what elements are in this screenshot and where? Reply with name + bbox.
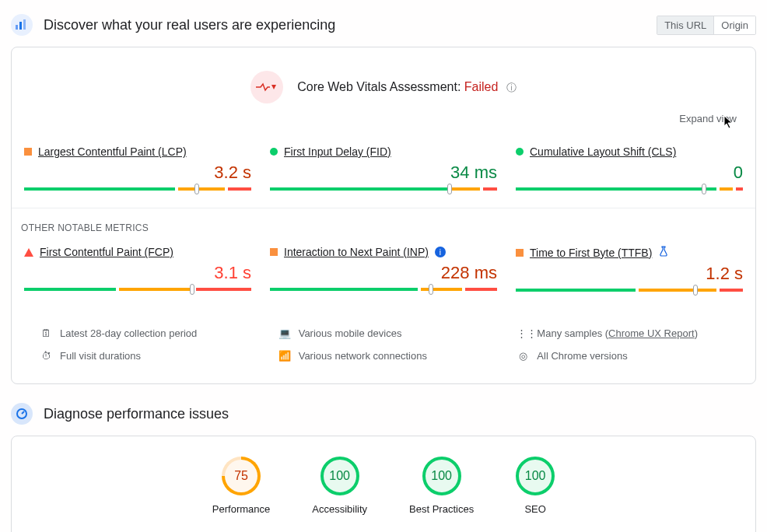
metric-fid-name[interactable]: First Input Delay (FID) bbox=[284, 145, 391, 158]
meta-chrome: ◎All Chrome versions bbox=[517, 350, 727, 362]
score-performance-value: 75 bbox=[234, 469, 248, 483]
devices-icon: 💻 bbox=[278, 327, 291, 339]
cwv-header: Core Web Vitals Assessment: Failed ⓘ bbox=[12, 47, 755, 111]
score-seo-value: 100 bbox=[525, 469, 546, 483]
metric-inp-name[interactable]: Interaction to Next Paint (INP) bbox=[284, 246, 429, 258]
metric-lcp-name[interactable]: Largest Contentful Paint (LCP) bbox=[38, 145, 187, 158]
chrome-icon: ◎ bbox=[517, 350, 529, 362]
expand-view-link[interactable]: Expand view bbox=[679, 113, 737, 124]
metric-lcp-bar bbox=[24, 187, 251, 191]
url-origin-tabs: This URL Origin bbox=[657, 16, 756, 35]
diagnose-card: 75 Performance 100 Accessibility 100 Bes… bbox=[11, 436, 756, 532]
other-metrics-label: OTHER NOTABLE METRICS bbox=[12, 208, 755, 233]
svg-rect-1 bbox=[19, 22, 22, 30]
gauge-icon bbox=[11, 403, 33, 425]
svg-line-5 bbox=[22, 411, 24, 414]
metric-fcp-value: 3.1 s bbox=[24, 263, 251, 283]
cwv-status: Failed bbox=[464, 80, 499, 93]
diagnose-title: Diagnose performance issues bbox=[44, 406, 229, 422]
other-metrics-row: First Contentful Paint (FCP) 3.1 s Inter… bbox=[12, 233, 755, 309]
meta-network: 📶Various network connections bbox=[278, 350, 489, 362]
metric-inp: Interaction to Next Paint (INP) i 228 ms bbox=[270, 246, 497, 292]
cwv-metrics-row: Largest Contentful Paint (LCP) 3.2 s Fir… bbox=[12, 133, 755, 208]
score-best-practices[interactable]: 100 Best Practices bbox=[409, 457, 474, 515]
metric-lcp: Largest Contentful Paint (LCP) 3.2 s bbox=[24, 145, 251, 191]
score-accessibility-label: Accessibility bbox=[312, 503, 367, 515]
metric-fcp-name[interactable]: First Contentful Paint (FCP) bbox=[40, 246, 173, 258]
meta-durations-text: Full visit durations bbox=[60, 350, 141, 362]
meta-samples-suffix: ) bbox=[695, 327, 698, 339]
square-orange-icon bbox=[24, 148, 32, 156]
svg-marker-3 bbox=[271, 85, 276, 89]
cwv-title-prefix: Core Web Vitals Assessment: bbox=[297, 80, 464, 93]
triangle-red-icon bbox=[24, 248, 33, 257]
meta-devices: 💻Various mobile devices bbox=[278, 327, 489, 339]
section-header-discover: Discover what your real users are experi… bbox=[0, 0, 767, 47]
metric-cls-bar bbox=[516, 187, 743, 191]
metric-inp-value: 228 ms bbox=[270, 263, 497, 283]
meta-devices-text: Various mobile devices bbox=[299, 327, 402, 339]
discover-title: Discover what your real users are experi… bbox=[44, 17, 335, 33]
meta-samples: ⋮⋮ Many samples (Chrome UX Report) bbox=[517, 327, 727, 339]
calendar-icon: 🗓 bbox=[40, 327, 52, 339]
samples-icon: ⋮⋮ bbox=[517, 327, 529, 339]
meta-period-text: Latest 28-day collection period bbox=[60, 327, 197, 339]
svg-rect-2 bbox=[23, 19, 26, 30]
section-header-left: Discover what your real users are experi… bbox=[11, 14, 335, 36]
info-icon[interactable]: i bbox=[435, 247, 446, 257]
pulse-icon bbox=[250, 71, 283, 103]
square-orange-icon bbox=[516, 249, 524, 257]
meta-network-text: Various network connections bbox=[299, 350, 427, 362]
section-header-diagnose: Diagnose performance issues bbox=[0, 395, 767, 436]
circle-green-icon bbox=[270, 148, 278, 156]
metric-lcp-value: 3.2 s bbox=[24, 163, 251, 183]
metric-fid-bar bbox=[270, 187, 497, 191]
metric-ttfb-bar bbox=[516, 289, 743, 292]
cwv-card: Core Web Vitals Assessment: Failed ⓘ Exp… bbox=[11, 47, 756, 384]
timer-icon: ⏱ bbox=[40, 350, 52, 362]
metric-fid-value: 34 ms bbox=[270, 163, 497, 183]
score-seo[interactable]: 100 SEO bbox=[516, 457, 555, 515]
tab-this-url[interactable]: This URL bbox=[657, 16, 713, 34]
metric-fcp-bar bbox=[24, 288, 251, 291]
score-performance[interactable]: 75 Performance bbox=[212, 457, 270, 515]
square-orange-icon bbox=[270, 248, 278, 256]
meta-samples-prefix: Many samples ( bbox=[537, 327, 608, 339]
score-seo-label: SEO bbox=[524, 503, 545, 515]
metric-ttfb-name[interactable]: Time to First Byte (TTFB) bbox=[530, 247, 652, 259]
wifi-icon: 📶 bbox=[278, 350, 291, 362]
score-best-practices-value: 100 bbox=[431, 469, 452, 483]
crux-report-link[interactable]: Chrome UX Report bbox=[608, 327, 695, 339]
metric-cls: Cumulative Layout Shift (CLS) 0 bbox=[516, 145, 743, 191]
score-performance-label: Performance bbox=[212, 503, 270, 515]
circle-green-icon bbox=[516, 148, 524, 156]
metric-ttfb: Time to First Byte (TTFB) 1.2 s bbox=[516, 246, 743, 292]
metric-cls-value: 0 bbox=[516, 163, 743, 183]
flask-icon[interactable] bbox=[658, 246, 669, 259]
meta-durations: ⏱Full visit durations bbox=[40, 350, 250, 362]
svg-rect-0 bbox=[16, 25, 18, 30]
tab-origin[interactable]: Origin bbox=[713, 16, 755, 34]
metric-inp-bar bbox=[270, 288, 497, 291]
meta-period: 🗓Latest 28-day collection period bbox=[40, 327, 250, 339]
metric-fid: First Input Delay (FID) 34 ms bbox=[270, 145, 497, 191]
meta-chrome-text: All Chrome versions bbox=[537, 350, 627, 362]
help-icon[interactable]: ⓘ bbox=[506, 82, 517, 93]
expand-row: Expand view bbox=[12, 111, 755, 133]
score-best-practices-label: Best Practices bbox=[409, 503, 474, 515]
cwv-title-line: Core Web Vitals Assessment: Failed ⓘ bbox=[297, 80, 517, 95]
scores-row: 75 Performance 100 Accessibility 100 Bes… bbox=[12, 436, 755, 529]
score-accessibility-value: 100 bbox=[329, 469, 350, 483]
metric-cls-name[interactable]: Cumulative Layout Shift (CLS) bbox=[530, 145, 676, 158]
users-icon bbox=[11, 14, 33, 36]
metric-ttfb-value: 1.2 s bbox=[516, 264, 743, 284]
metric-fcp: First Contentful Paint (FCP) 3.1 s bbox=[24, 246, 251, 292]
score-accessibility[interactable]: 100 Accessibility bbox=[312, 457, 367, 515]
meta-grid: 🗓Latest 28-day collection period ⏱Full v… bbox=[12, 309, 755, 383]
